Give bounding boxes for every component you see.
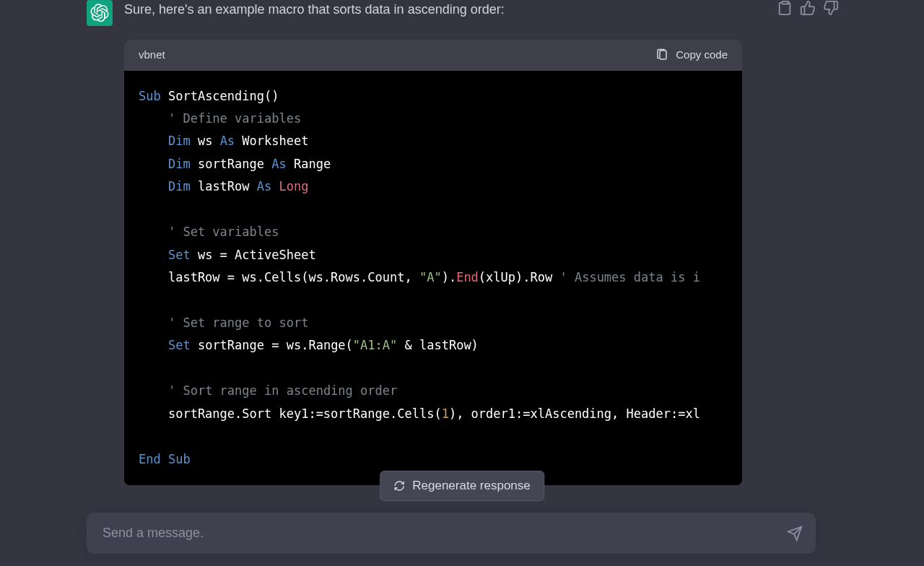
message-actions: [777, 0, 839, 16]
code-language: vbnet: [139, 47, 165, 64]
message-content: Sure, here's an example macro that sorts…: [124, 0, 788, 485]
code-header: vbnet Copy code: [124, 40, 742, 71]
regenerate-button[interactable]: Regenerate response: [380, 471, 544, 501]
clipboard-icon: [655, 48, 668, 61]
copy-code-label: Copy code: [676, 47, 728, 64]
chatgpt-icon: [90, 4, 109, 22]
send-icon[interactable]: [787, 526, 803, 541]
code-block: vbnet Copy code Sub SortAscending() ' De…: [124, 40, 742, 485]
code-body: Sub SortAscending() ' Define variables D…: [124, 71, 742, 485]
refresh-icon: [393, 480, 405, 492]
svg-rect-0: [660, 51, 666, 59]
message-input-bar[interactable]: [87, 513, 816, 554]
copy-code-button[interactable]: Copy code: [655, 47, 728, 64]
assistant-avatar: [87, 0, 113, 26]
thumbs-down-icon[interactable]: [823, 0, 839, 16]
message-input[interactable]: [103, 526, 780, 541]
clipboard-icon[interactable]: [777, 0, 793, 16]
regenerate-label: Regenerate response: [412, 479, 531, 493]
assistant-message-row: Sure, here's an example macro that sorts…: [0, 0, 924, 485]
message-text: Sure, here's an example macro that sorts…: [124, 0, 788, 19]
thumbs-up-icon[interactable]: [800, 0, 816, 16]
